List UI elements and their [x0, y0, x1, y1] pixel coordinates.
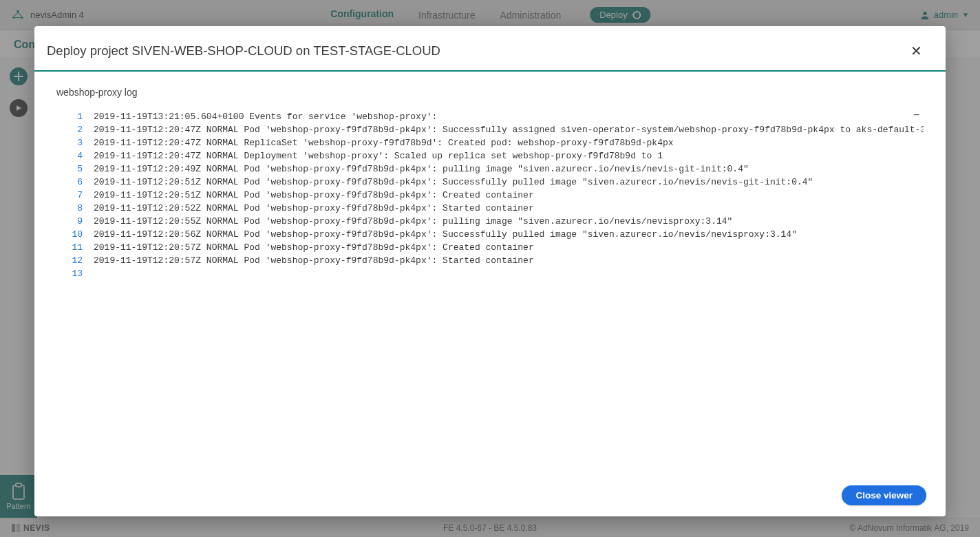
modal-header: Deploy project SIVEN-WEB-SHOP-CLOUD on T…: [34, 26, 946, 70]
log-content: 2019-11-19T13:21:05.604+0100 Events for …: [89, 106, 924, 435]
close-viewer-button[interactable]: Close viewer: [842, 485, 926, 505]
line-gutter: 12345678910111213: [56, 106, 89, 435]
collapse-icon[interactable]: −: [913, 109, 919, 121]
modal-footer: Close viewer: [34, 476, 946, 505]
log-viewer-modal: Deploy project SIVEN-WEB-SHOP-CLOUD on T…: [34, 26, 946, 516]
modal-overlay: Deploy project SIVEN-WEB-SHOP-CLOUD on T…: [0, 0, 980, 537]
log-name-label: webshop-proxy log: [34, 72, 946, 103]
close-icon[interactable]: ✕: [906, 41, 926, 61]
modal-title: Deploy project SIVEN-WEB-SHOP-CLOUD on T…: [47, 43, 440, 59]
log-viewer[interactable]: − 12345678910111213 2019-11-19T13:21:05.…: [56, 106, 924, 435]
